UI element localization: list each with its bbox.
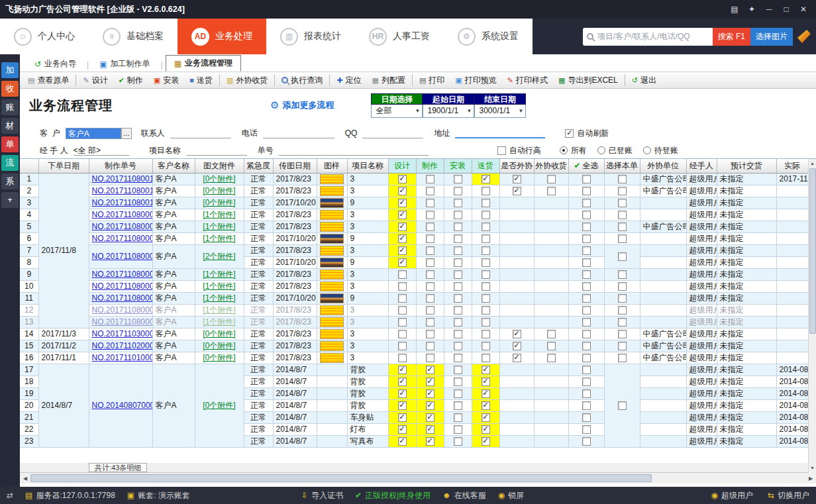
checkbox-icon[interactable] [454, 354, 462, 362]
cell-deliver[interactable] [472, 340, 499, 352]
checkbox-icon[interactable] [454, 389, 462, 398]
checkbox-icon[interactable] [426, 389, 434, 398]
cell-select_all[interactable] [568, 185, 604, 197]
sample-thumbnail[interactable] [320, 329, 344, 339]
checkbox-icon[interactable] [426, 437, 434, 446]
checkbox-icon[interactable] [582, 378, 591, 386]
cell-install[interactable] [444, 197, 472, 209]
cell-install[interactable] [444, 399, 472, 411]
sidebar-item-5[interactable]: 单 [1, 136, 19, 152]
customer-input[interactable]: 客户A [66, 128, 121, 139]
order-link[interactable]: NO.201711080010 [92, 198, 153, 207]
checkbox-icon[interactable] [426, 211, 434, 219]
order-link[interactable]: NO.201711030001 [92, 329, 153, 338]
sample-thumbnail[interactable] [320, 341, 344, 351]
sidebar-item-1[interactable]: 加 [1, 62, 19, 78]
cell-select_order[interactable] [604, 185, 640, 197]
status-left-5[interactable]: ✔正版授权|终身使用 [355, 490, 431, 501]
checkbox-icon[interactable] [618, 187, 627, 195]
checkbox-icon[interactable] [482, 246, 490, 255]
radio-icon[interactable] [643, 146, 651, 154]
search-button[interactable]: 搜索 F1 [713, 28, 750, 46]
cell-design[interactable] [388, 280, 416, 292]
cell-deliver[interactable] [472, 197, 499, 209]
date-filter-dropdown[interactable]: 3000/1/1▼ [474, 105, 526, 118]
cell-select_order[interactable] [604, 316, 640, 328]
column-header-outsource_company[interactable]: 外协单位 [640, 159, 686, 173]
checkbox-icon[interactable] [582, 342, 591, 350]
cell-design[interactable] [388, 268, 416, 280]
cell-design[interactable] [388, 232, 416, 244]
checkbox-icon[interactable] [482, 175, 490, 183]
attachment-link[interactable]: [0个附件] [203, 329, 235, 338]
checkbox-icon[interactable] [482, 234, 490, 243]
status-radio-1[interactable]: 所有 [560, 145, 587, 156]
checkbox-icon[interactable] [582, 318, 591, 327]
sample-thumbnail[interactable] [320, 234, 344, 244]
checkbox-icon[interactable] [426, 270, 434, 279]
cell-deliver[interactable] [472, 244, 499, 256]
attachment-link[interactable]: [1个附件] [203, 281, 235, 291]
checkbox-icon[interactable] [482, 413, 490, 422]
cell-make[interactable] [416, 209, 444, 221]
cell-design[interactable] [388, 197, 416, 209]
cell-make[interactable] [416, 280, 444, 292]
scroll-up-icon[interactable]: ▲ [810, 159, 815, 168]
cell-make[interactable] [416, 185, 444, 197]
toolbar-button-9[interactable]: ▦列配置 [367, 73, 411, 87]
checkbox-icon[interactable] [398, 306, 407, 315]
tab-2[interactable]: ▣加工制作单 [91, 56, 158, 72]
cell-deliver[interactable] [472, 292, 499, 304]
checkbox-icon[interactable] [582, 306, 591, 315]
sample-thumbnail[interactable] [320, 246, 344, 256]
cell-deliver[interactable] [472, 221, 499, 232]
sample-thumbnail[interactable] [320, 317, 344, 327]
column-header-attachment[interactable]: 图文附件 [195, 159, 244, 173]
cell-select_all[interactable] [568, 435, 604, 447]
checkbox-icon[interactable] [398, 330, 407, 338]
checkbox-icon[interactable] [426, 318, 434, 327]
column-header-pic_date[interactable]: 传图日期 [273, 159, 317, 173]
checkbox-icon[interactable] [398, 389, 407, 398]
column-header-select_order[interactable]: 选择本单 [604, 159, 640, 173]
checkbox-icon[interactable] [482, 294, 490, 303]
nav-item-3[interactable]: AD业务处理 [178, 19, 266, 54]
status-right-1[interactable]: ◉超级用户 [711, 490, 752, 501]
column-header-install[interactable]: 安装 [444, 159, 472, 173]
checkbox-icon[interactable] [582, 389, 591, 398]
checkbox-icon[interactable] [582, 294, 591, 303]
cell-make[interactable] [416, 268, 444, 280]
column-header-design[interactable]: 设计 [388, 159, 416, 173]
cell-install[interactable] [444, 304, 472, 316]
cell-install[interactable] [444, 364, 472, 376]
checkbox-icon[interactable] [398, 437, 407, 446]
checkbox-icon[interactable] [582, 354, 591, 362]
toolbar-button-10[interactable]: ▤打印 [414, 73, 450, 87]
cell-select_all[interactable] [568, 423, 604, 435]
checkbox-icon[interactable] [618, 401, 627, 410]
sample-thumbnail[interactable] [320, 293, 344, 303]
cell-select_all[interactable] [568, 209, 604, 221]
checkbox-icon[interactable] [582, 175, 591, 183]
cell-select_order[interactable] [604, 221, 640, 232]
status-left-7[interactable]: ◉锁屏 [498, 490, 524, 501]
cell-select_order[interactable] [604, 340, 640, 352]
toolbar-button-2[interactable]: ✎设计 [77, 73, 113, 87]
checkbox-icon[interactable] [398, 270, 407, 279]
checkbox-icon[interactable] [454, 270, 462, 279]
cell-deliver[interactable] [472, 352, 499, 364]
checkbox-icon[interactable] [547, 187, 556, 195]
checkbox-icon[interactable] [482, 366, 490, 374]
checkbox-icon[interactable] [582, 258, 591, 267]
checkbox-icon[interactable] [454, 234, 462, 243]
cell-design[interactable] [388, 316, 416, 328]
cell-design[interactable] [388, 209, 416, 221]
checkbox-icon[interactable] [398, 246, 407, 255]
cell-make[interactable] [416, 316, 444, 328]
cell-select_all[interactable] [568, 292, 604, 304]
checkbox-icon[interactable] [426, 330, 434, 338]
checkbox-icon[interactable] [582, 401, 591, 410]
checkbox-icon[interactable] [618, 199, 627, 207]
checkbox-icon[interactable] [454, 401, 462, 410]
column-header-outsource_recv[interactable]: 外协收货 [534, 159, 568, 173]
